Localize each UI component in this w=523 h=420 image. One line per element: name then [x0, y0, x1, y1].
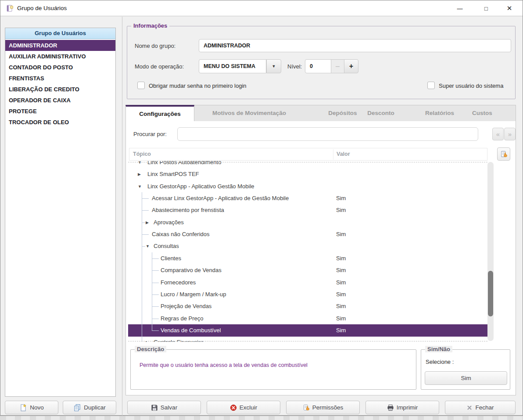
tree-connector [152, 330, 159, 331]
tree-connector [152, 258, 159, 259]
tab-4[interactable]: Relatórios [425, 105, 454, 121]
tree-row-label: Consultas [154, 240, 179, 252]
minimize-button[interactable]: — [451, 2, 469, 14]
tree-row[interactable]: ▼Consultas [128, 240, 487, 252]
list-item-group[interactable]: AUXILIAR ADMINISTRATIVO [5, 51, 115, 62]
tree-row-label: Regras de Preço [161, 312, 204, 325]
clipped-row-dash [128, 162, 487, 162]
chevron-collapsed-icon[interactable]: ▶ [146, 216, 149, 229]
tree-row[interactable]: Acessar Linx GestorApp - Aplicativo de G… [128, 192, 487, 205]
super-user-label: Super usuário do sistema [439, 83, 503, 89]
list-item-group[interactable]: FRENTISTAS [5, 73, 115, 84]
tree-row[interactable]: ▶Linx SmartPOS TEF [128, 168, 487, 180]
yes-no-toggle-button[interactable]: Sim [425, 371, 507, 385]
form-icon [7, 5, 14, 12]
search-input[interactable] [177, 127, 478, 141]
level-label: Nível: [287, 63, 302, 70]
tree-connector [152, 270, 159, 271]
panel-splitter[interactable] [122, 17, 122, 416]
search-prev-button[interactable]: « [492, 128, 504, 140]
close-button[interactable]: ✕ [500, 2, 519, 14]
level-decrement-button[interactable]: – [331, 59, 344, 73]
tree-row-label: Projeção de Vendas [161, 300, 211, 312]
list-item-group[interactable]: PROTEGE [5, 106, 115, 117]
delete-button[interactable]: Excluir [207, 401, 280, 414]
chevrons-left-icon: « [496, 130, 500, 138]
tree-row-value: Sim [336, 324, 346, 337]
list-item-group[interactable]: LIBERAÇÃO DE CREDITO [5, 84, 115, 95]
description-text: Permite que o usuário tenha acesso a tel… [140, 362, 308, 368]
tree-row[interactable]: ▼Linx GestorApp - Aplicativo Gestão Mobi… [128, 180, 487, 193]
chevron-expanded-icon[interactable]: ▼ [138, 180, 142, 193]
tree-scrollbar[interactable] [487, 162, 494, 341]
tree-row-value: Sim [336, 312, 346, 325]
tree-row[interactable]: Caixas não ConferidosSim [128, 228, 487, 241]
super-user-checkbox[interactable] [427, 82, 435, 89]
tab-2[interactable]: Depósitos [328, 105, 357, 121]
button-label: Excluir [240, 404, 258, 411]
duplicate-icon [73, 404, 81, 412]
search-next-button[interactable]: » [504, 128, 516, 140]
operation-mode-label: Modo de operação: [135, 63, 184, 70]
group-listbox: Grupo de Usuários ADMINISTRADORAUXILIAR … [5, 28, 116, 397]
tab-1[interactable]: Motivos de Movimentação [212, 105, 286, 121]
print-button[interactable]: Imprimir [365, 401, 439, 414]
list-item-group[interactable]: TROCADOR DE OLEO [5, 117, 115, 128]
tree-row-label: Fornecedores [161, 276, 196, 289]
operation-mode-select[interactable]: MENU DO SISTEMA [199, 59, 266, 73]
tree-row[interactable]: Vendas de CombustívelSim [128, 324, 487, 337]
tree-row-value: Sim [336, 288, 346, 301]
tree-connector [142, 223, 145, 223]
permissions-icon [303, 404, 310, 411]
new-button[interactable]: Novo [5, 401, 58, 414]
tree-row[interactable]: Lucro / Margem / Mark-upSim [128, 288, 487, 301]
tree-row[interactable]: Comparativo de VendasSim [128, 264, 487, 276]
level-increment-button[interactable]: + [344, 59, 358, 73]
tab-5[interactable]: Custos [472, 105, 492, 121]
group-name-label: Nome do grupo: [135, 43, 176, 49]
tree-connector [142, 198, 149, 199]
chevron-expanded-icon[interactable]: ▼ [146, 240, 150, 252]
group-list-header: Grupo de Usuários [5, 28, 115, 39]
tree-connector [142, 210, 149, 211]
tree-row[interactable]: ClientesSim [128, 252, 487, 265]
force-password-checkbox[interactable] [137, 82, 145, 89]
select-label: Selecione : [426, 359, 454, 365]
titlebar: Grupo de Usuários — □ ✕ [0, 0, 523, 16]
chevron-collapsed-icon[interactable]: ▶ [138, 168, 141, 180]
tree-row-value: Sim [336, 276, 346, 289]
tree-row-label: Acessar Linx GestorApp - Aplicativo de G… [152, 192, 289, 205]
duplicate-button[interactable]: Duplicar [63, 401, 116, 414]
list-item-group[interactable]: ADMINISTRADOR [5, 40, 115, 51]
tree-scrollbar-thumb[interactable] [488, 271, 493, 316]
level-value-field[interactable]: 0 [305, 59, 331, 73]
list-item-group[interactable]: CONTADOR DO POSTO [5, 62, 115, 73]
tree-row[interactable]: Projeção de VendasSim [128, 300, 487, 312]
tree-row[interactable]: Regras de PreçoSim [128, 312, 487, 325]
group-name-input[interactable] [199, 39, 511, 52]
tree-row-label: Clientes [161, 252, 181, 265]
column-valor[interactable]: Valor [337, 148, 350, 160]
button-label: Permissões [312, 404, 344, 411]
close-window-button[interactable]: Fechar [445, 401, 516, 414]
button-label: Duplicar [84, 404, 106, 411]
column-topico[interactable]: Tópico [133, 148, 151, 160]
tree-row-label: Comparativo de Vendas [161, 264, 222, 276]
permissions-button[interactable]: Permissões [286, 401, 360, 414]
tab-3[interactable]: Desconto [367, 105, 394, 121]
tab-configuracoes[interactable]: Configurações [125, 105, 194, 122]
save-button[interactable]: Salvar [127, 401, 201, 414]
tab-bar: Configurações Motivos de MovimentaçãoDep… [125, 105, 516, 121]
tree-row-label: Caixas não Conferidos [152, 228, 210, 241]
operation-mode-dropdown-button[interactable]: ▼ [266, 59, 281, 73]
tree-row-value: Sim [336, 228, 346, 241]
permission-hand-button[interactable] [497, 147, 510, 161]
clipped-row-dash [128, 341, 487, 341]
tree-row[interactable]: FornecedoresSim [128, 276, 487, 289]
tree-row-value: Sim [336, 252, 346, 265]
list-item-group[interactable]: OPERADOR DE CAIXA [5, 95, 115, 106]
tree-row-value: Sim [336, 204, 346, 216]
tree-row[interactable]: Abastecimento por frenstistaSim [128, 204, 487, 216]
tree-row[interactable]: ▶Aprovações [128, 216, 487, 229]
maximize-button[interactable]: □ [477, 2, 495, 14]
